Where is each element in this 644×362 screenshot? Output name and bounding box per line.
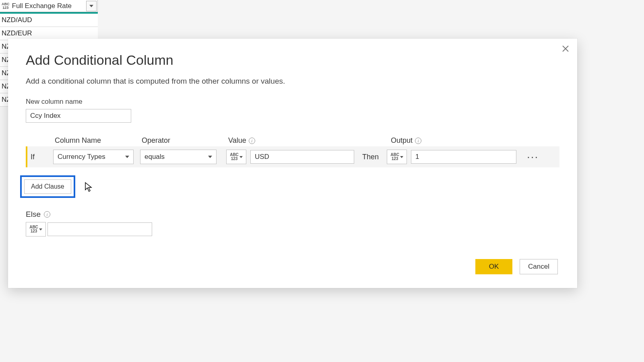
new-column-name-input[interactable] <box>26 109 131 123</box>
column-name-select[interactable]: Currency Types <box>53 150 134 164</box>
value-type-button[interactable]: ABC123 <box>226 150 246 164</box>
else-type-button[interactable]: ABC123 <box>26 222 46 237</box>
clause-headers: Column Name Operator Value i Output i <box>26 136 559 145</box>
dialog-title: Add Conditional Column <box>26 52 559 68</box>
else-input[interactable] <box>47 222 152 236</box>
header-column-name: Column Name <box>55 136 142 145</box>
new-column-name-label: New column name <box>26 98 559 106</box>
type-badge-icon: ABC123 <box>2 2 10 10</box>
header-value: Value <box>228 136 246 145</box>
operator-value: equals <box>144 153 165 161</box>
clause-row: If Currency Types equals ABC123 Then ABC… <box>26 146 559 167</box>
column-header[interactable]: ABC123 Full Exchange Rate <box>0 0 98 12</box>
dialog-footer: OK Cancel <box>475 259 558 274</box>
more-options-button[interactable]: ··· <box>527 155 539 159</box>
info-icon[interactable]: i <box>415 138 421 144</box>
else-section: Else i ABC123 <box>26 210 152 237</box>
add-conditional-column-dialog: Add Conditional Column Add a conditional… <box>8 39 577 288</box>
column-title: Full Exchange Rate <box>12 2 87 10</box>
dialog-subtitle: Add a conditional column that is compute… <box>26 77 559 86</box>
column-filter-button[interactable] <box>86 1 97 11</box>
then-label: Then <box>362 153 379 161</box>
operator-select[interactable]: equals <box>140 150 217 164</box>
info-icon[interactable]: i <box>44 211 50 218</box>
column-name-value: Currency Types <box>58 153 105 161</box>
close-button[interactable] <box>559 43 572 55</box>
output-type-button[interactable]: ABC123 <box>387 150 407 164</box>
header-output: Output <box>391 136 413 145</box>
cancel-button[interactable]: Cancel <box>520 259 558 274</box>
if-label: If <box>27 153 53 161</box>
add-clause-highlight: Add Clause <box>20 175 75 198</box>
else-label: Else <box>26 210 41 219</box>
value-input[interactable] <box>250 150 354 164</box>
info-icon[interactable]: i <box>249 138 255 144</box>
ok-button[interactable]: OK <box>475 259 512 274</box>
output-input[interactable] <box>411 150 516 164</box>
header-operator: Operator <box>142 136 228 145</box>
add-clause-button[interactable]: Add Clause <box>24 179 71 194</box>
table-row[interactable]: NZD/AUD <box>0 14 98 27</box>
cursor-icon <box>85 182 93 192</box>
